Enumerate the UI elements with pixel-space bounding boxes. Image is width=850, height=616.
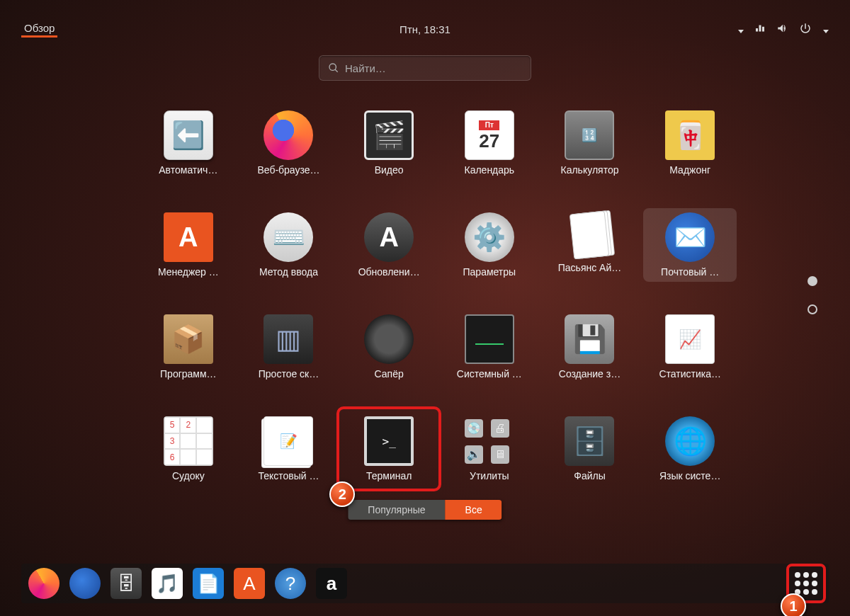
solitaire-icon: [570, 211, 609, 260]
auto-icon: ⬅️: [164, 110, 213, 160]
app-lang[interactable]: 🌐Язык систе…: [643, 412, 737, 486]
app-files[interactable]: 🗄️Файлы: [543, 412, 637, 486]
mines-icon: [364, 314, 414, 364]
clock[interactable]: Птн, 18:31: [400, 23, 450, 35]
files-icon: 🗄️: [565, 416, 614, 466]
help-icon[interactable]: ?: [275, 568, 306, 599]
app-label: Пасьянс Ай…: [558, 262, 622, 273]
app-label: Веб-браузе…: [257, 164, 319, 176]
app-updates[interactable]: AОбновлени…: [342, 208, 436, 282]
activities-button[interactable]: Обзор: [21, 21, 57, 38]
app-video[interactable]: 🎬Видео: [342, 106, 436, 180]
app-params[interactable]: ⚙️Параметры: [443, 208, 536, 282]
params-icon: ⚙️: [465, 212, 514, 262]
app-label: Маджонг: [669, 164, 710, 176]
app-mines[interactable]: Сапёр: [342, 310, 436, 384]
app-text[interactable]: 📝Текстовый …: [242, 412, 336, 486]
mahjong-icon: 🀄: [665, 110, 715, 160]
input-icon: ⌨️: [264, 212, 313, 262]
dock: 🗄🎵📄A?a: [21, 564, 829, 603]
app-label: Создание з…: [559, 368, 620, 380]
toggle-all[interactable]: Все: [446, 500, 502, 520]
app-manager[interactable]: AМенеджер …: [142, 208, 235, 282]
app-label: Судоку: [172, 470, 205, 481]
app-label: Менеджер …: [158, 266, 219, 278]
volume-icon[interactable]: [776, 22, 789, 37]
tray-menu-caret-icon[interactable]: [822, 23, 829, 35]
text-icon: 📝: [264, 416, 313, 466]
app-label: Статистика…: [659, 368, 721, 380]
scan-icon: ▥: [264, 314, 313, 364]
app-firefox[interactable]: Веб-браузе…: [242, 106, 336, 180]
app-backup[interactable]: 💾Создание з…: [543, 310, 637, 384]
manager-icon: A: [164, 212, 213, 262]
app-stats[interactable]: 📈Статистика…: [643, 310, 737, 384]
search-input[interactable]: Найти…: [319, 55, 531, 81]
search-placeholder: Найти…: [345, 62, 386, 74]
amazon-icon[interactable]: a: [316, 568, 347, 599]
app-label: Обновлени…: [358, 266, 420, 278]
app-software[interactable]: 📦Программ…: [142, 310, 235, 384]
network-icon[interactable]: [754, 22, 766, 37]
app-label: Калькулятор: [561, 164, 619, 176]
rhythmbox-icon[interactable]: 🎵: [152, 568, 183, 599]
app-label: Простое ск…: [259, 368, 319, 380]
terminal-icon: >_: [364, 416, 414, 466]
backup-icon: 💾: [565, 314, 614, 364]
mail-icon: ✉️: [665, 212, 715, 262]
app-input[interactable]: ⌨️Метод ввода: [242, 208, 336, 282]
top-bar: Обзор Птн, 18:31: [21, 18, 829, 40]
firefox-icon[interactable]: [28, 568, 60, 599]
app-label: Почтовый …: [661, 266, 719, 278]
app-scan[interactable]: ▥Простое ск…: [242, 310, 336, 384]
thunderbird-icon[interactable]: [69, 568, 101, 599]
util-icon: 💿🖨🔊🖥: [465, 416, 514, 466]
video-icon: 🎬: [364, 110, 414, 160]
app-sysmon[interactable]: Системный …: [443, 310, 536, 384]
app-mail[interactable]: ✉️Почтовый …: [643, 208, 737, 282]
app-label: Системный …: [457, 368, 522, 380]
app-label: Терминал: [366, 470, 412, 481]
lang-icon: 🌐: [665, 416, 715, 466]
app-mahjong[interactable]: 🀄Маджонг: [643, 106, 737, 180]
app-label: Метод ввода: [259, 266, 318, 278]
stats-icon: 📈: [665, 314, 715, 364]
app-label: Утилиты: [470, 470, 509, 481]
view-toggle: Популярные Все: [348, 500, 502, 520]
toggle-frequent[interactable]: Популярные: [348, 500, 445, 520]
calendar-icon: Пт27: [465, 110, 514, 160]
app-label: Автоматич…: [159, 164, 217, 176]
sysmon-icon: [465, 314, 514, 364]
app-calc[interactable]: 🔢Калькулятор: [543, 106, 637, 180]
workspace-dot-2[interactable]: [808, 304, 817, 314]
app-label: Параметры: [463, 266, 516, 278]
app-label: Язык систе…: [659, 470, 720, 481]
app-label: Видео: [375, 164, 404, 176]
workspace-dot-1[interactable]: [808, 276, 817, 286]
app-terminal[interactable]: >_Терминал: [342, 412, 436, 486]
app-label: Сапёр: [375, 368, 404, 380]
workspace-switcher[interactable]: [808, 276, 817, 314]
app-sudoku[interactable]: 5236Судоку: [142, 412, 235, 486]
search-icon: [328, 62, 339, 74]
tray-caret-icon[interactable]: [737, 23, 744, 35]
app-label: Текстовый …: [258, 470, 319, 481]
app-label: Файлы: [574, 470, 605, 481]
app-calendar[interactable]: Пт27Календарь: [443, 106, 536, 180]
app-label: Программ…: [160, 368, 217, 380]
app-label: Календарь: [464, 164, 514, 176]
firefox-icon: [264, 110, 313, 160]
software-icon: 📦: [164, 314, 213, 364]
app-solitaire[interactable]: Пасьянс Ай…: [543, 208, 637, 282]
writer-icon[interactable]: 📄: [193, 568, 224, 599]
app-auto[interactable]: ⬅️Автоматич…: [142, 106, 235, 180]
sudoku-icon: 5236: [164, 416, 213, 466]
app-util[interactable]: 💿🖨🔊🖥Утилиты: [443, 412, 536, 486]
files-icon[interactable]: 🗄: [110, 568, 142, 599]
power-icon[interactable]: [799, 22, 812, 37]
app-grid: ⬅️Автоматич…Веб-браузе…🎬ВидеоПт27Календа…: [142, 106, 737, 486]
annotation-callout-1: 1: [781, 593, 806, 616]
updates-icon: A: [364, 212, 414, 262]
calc-icon: 🔢: [565, 110, 614, 160]
software-icon[interactable]: A: [234, 568, 265, 599]
